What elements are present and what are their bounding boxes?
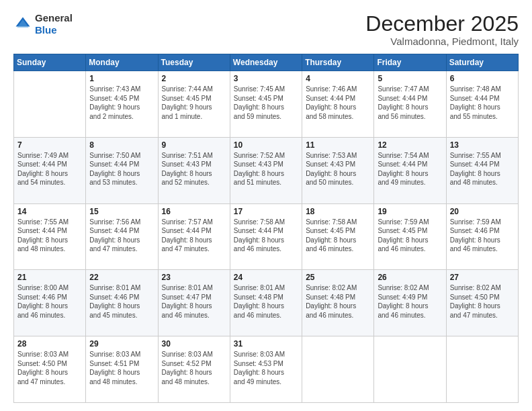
table-row: 3Sunrise: 7:45 AM Sunset: 4:45 PM Daylig… xyxy=(230,71,302,138)
day-content: Sunrise: 8:02 AM Sunset: 4:48 PM Dayligh… xyxy=(306,283,370,320)
table-row: 18Sunrise: 7:58 AM Sunset: 4:45 PM Dayli… xyxy=(302,203,374,270)
day-content: Sunrise: 7:58 AM Sunset: 4:45 PM Dayligh… xyxy=(306,218,370,254)
day-number: 2 xyxy=(162,74,226,83)
day-number: 4 xyxy=(306,74,370,83)
table-row: 7Sunrise: 7:49 AM Sunset: 4:44 PM Daylig… xyxy=(14,137,86,203)
day-number: 1 xyxy=(89,74,154,83)
logo-blue-text: Blue xyxy=(35,24,57,36)
day-number: 16 xyxy=(162,207,226,216)
col-monday: Monday xyxy=(86,54,158,71)
table-row: 10Sunrise: 7:52 AM Sunset: 4:43 PM Dayli… xyxy=(230,137,302,203)
logo-icon xyxy=(13,15,32,34)
table-row xyxy=(14,71,86,138)
table-row: 13Sunrise: 7:55 AM Sunset: 4:44 PM Dayli… xyxy=(446,137,518,203)
day-content: Sunrise: 8:01 AM Sunset: 4:47 PM Dayligh… xyxy=(162,283,226,320)
day-number: 17 xyxy=(234,207,298,216)
table-row: 23Sunrise: 8:01 AM Sunset: 4:47 PM Dayli… xyxy=(158,270,230,336)
day-content: Sunrise: 7:55 AM Sunset: 4:44 PM Dayligh… xyxy=(17,218,82,254)
table-row: 15Sunrise: 7:56 AM Sunset: 4:44 PM Dayli… xyxy=(86,203,158,270)
day-content: Sunrise: 7:48 AM Sunset: 4:44 PM Dayligh… xyxy=(450,85,515,121)
day-number: 8 xyxy=(89,140,154,150)
table-row xyxy=(302,336,374,403)
day-number: 21 xyxy=(17,273,82,282)
header: General Blue December 2025 Valmadonna, P… xyxy=(13,12,519,47)
day-content: Sunrise: 7:59 AM Sunset: 4:45 PM Dayligh… xyxy=(378,218,442,254)
day-content: Sunrise: 7:44 AM Sunset: 4:45 PM Dayligh… xyxy=(162,85,226,121)
day-number: 11 xyxy=(306,140,370,150)
table-row: 24Sunrise: 8:01 AM Sunset: 4:48 PM Dayli… xyxy=(230,270,302,336)
day-number: 6 xyxy=(450,74,515,83)
day-number: 23 xyxy=(162,273,226,282)
day-content: Sunrise: 8:03 AM Sunset: 4:50 PM Dayligh… xyxy=(17,350,82,386)
table-row: 31Sunrise: 8:03 AM Sunset: 4:53 PM Dayli… xyxy=(230,336,302,403)
table-row: 9Sunrise: 7:51 AM Sunset: 4:43 PM Daylig… xyxy=(158,137,230,203)
col-friday: Friday xyxy=(374,54,446,71)
table-row: 2Sunrise: 7:44 AM Sunset: 4:45 PM Daylig… xyxy=(158,71,230,138)
col-thursday: Thursday xyxy=(302,54,374,71)
day-number: 19 xyxy=(378,207,442,216)
day-number: 14 xyxy=(17,207,82,216)
table-row: 20Sunrise: 7:59 AM Sunset: 4:46 PM Dayli… xyxy=(446,203,518,270)
table-row: 30Sunrise: 8:03 AM Sunset: 4:52 PM Dayli… xyxy=(158,336,230,403)
day-number: 30 xyxy=(162,339,226,349)
day-content: Sunrise: 8:02 AM Sunset: 4:50 PM Dayligh… xyxy=(450,283,515,320)
day-content: Sunrise: 8:01 AM Sunset: 4:48 PM Dayligh… xyxy=(234,283,298,320)
day-number: 29 xyxy=(89,339,154,349)
day-content: Sunrise: 7:45 AM Sunset: 4:45 PM Dayligh… xyxy=(234,85,298,121)
day-content: Sunrise: 7:59 AM Sunset: 4:46 PM Dayligh… xyxy=(450,218,515,254)
day-content: Sunrise: 8:03 AM Sunset: 4:53 PM Dayligh… xyxy=(234,350,298,386)
day-content: Sunrise: 7:46 AM Sunset: 4:44 PM Dayligh… xyxy=(306,85,370,121)
table-row: 12Sunrise: 7:54 AM Sunset: 4:44 PM Dayli… xyxy=(374,137,446,203)
day-number: 10 xyxy=(234,140,298,150)
title-block: December 2025 Valmadonna, Piedmont, Ital… xyxy=(365,12,519,47)
month-title: December 2025 xyxy=(365,12,519,36)
day-number: 7 xyxy=(17,140,82,150)
table-row: 17Sunrise: 7:58 AM Sunset: 4:44 PM Dayli… xyxy=(230,203,302,270)
day-content: Sunrise: 7:49 AM Sunset: 4:44 PM Dayligh… xyxy=(17,151,82,187)
table-row: 11Sunrise: 7:53 AM Sunset: 4:43 PM Dayli… xyxy=(302,137,374,203)
day-number: 9 xyxy=(162,140,226,150)
day-number: 18 xyxy=(306,207,370,216)
day-content: Sunrise: 7:43 AM Sunset: 4:45 PM Dayligh… xyxy=(89,85,154,121)
day-number: 15 xyxy=(89,207,154,216)
day-content: Sunrise: 7:58 AM Sunset: 4:44 PM Dayligh… xyxy=(234,218,298,254)
logo: General Blue xyxy=(13,12,73,36)
table-row: 26Sunrise: 8:02 AM Sunset: 4:49 PM Dayli… xyxy=(374,270,446,336)
table-row: 4Sunrise: 7:46 AM Sunset: 4:44 PM Daylig… xyxy=(302,71,374,138)
day-content: Sunrise: 7:47 AM Sunset: 4:44 PM Dayligh… xyxy=(378,85,442,121)
day-content: Sunrise: 7:53 AM Sunset: 4:43 PM Dayligh… xyxy=(306,151,370,187)
page: General Blue December 2025 Valmadonna, P… xyxy=(0,0,532,411)
table-row: 21Sunrise: 8:00 AM Sunset: 4:46 PM Dayli… xyxy=(14,270,86,336)
day-number: 31 xyxy=(234,339,298,349)
day-content: Sunrise: 7:57 AM Sunset: 4:44 PM Dayligh… xyxy=(162,218,226,254)
day-content: Sunrise: 7:52 AM Sunset: 4:43 PM Dayligh… xyxy=(234,151,298,187)
day-number: 22 xyxy=(89,273,154,282)
table-row xyxy=(374,336,446,403)
table-row: 29Sunrise: 8:03 AM Sunset: 4:51 PM Dayli… xyxy=(86,336,158,403)
location: Valmadonna, Piedmont, Italy xyxy=(365,36,519,47)
table-row: 16Sunrise: 7:57 AM Sunset: 4:44 PM Dayli… xyxy=(158,203,230,270)
day-number: 24 xyxy=(234,273,298,282)
day-content: Sunrise: 7:56 AM Sunset: 4:44 PM Dayligh… xyxy=(89,218,154,254)
table-row: 1Sunrise: 7:43 AM Sunset: 4:45 PM Daylig… xyxy=(86,71,158,138)
day-number: 5 xyxy=(378,74,442,83)
table-row: 27Sunrise: 8:02 AM Sunset: 4:50 PM Dayli… xyxy=(446,270,518,336)
table-row: 22Sunrise: 8:01 AM Sunset: 4:46 PM Dayli… xyxy=(86,270,158,336)
col-tuesday: Tuesday xyxy=(158,54,230,71)
day-number: 26 xyxy=(378,273,442,282)
table-row: 8Sunrise: 7:50 AM Sunset: 4:44 PM Daylig… xyxy=(86,137,158,203)
day-content: Sunrise: 8:00 AM Sunset: 4:46 PM Dayligh… xyxy=(17,283,82,320)
col-wednesday: Wednesday xyxy=(230,54,302,71)
calendar-header-row: Sunday Monday Tuesday Wednesday Thursday… xyxy=(14,54,519,71)
table-row: 25Sunrise: 8:02 AM Sunset: 4:48 PM Dayli… xyxy=(302,270,374,336)
day-number: 20 xyxy=(450,207,515,216)
day-number: 13 xyxy=(450,140,515,150)
day-content: Sunrise: 7:50 AM Sunset: 4:44 PM Dayligh… xyxy=(89,151,154,187)
col-saturday: Saturday xyxy=(446,54,518,71)
table-row: 5Sunrise: 7:47 AM Sunset: 4:44 PM Daylig… xyxy=(374,71,446,138)
day-number: 12 xyxy=(378,140,442,150)
day-content: Sunrise: 8:03 AM Sunset: 4:51 PM Dayligh… xyxy=(89,350,154,386)
table-row: 19Sunrise: 7:59 AM Sunset: 4:45 PM Dayli… xyxy=(374,203,446,270)
day-number: 28 xyxy=(17,339,82,349)
table-row: 6Sunrise: 7:48 AM Sunset: 4:44 PM Daylig… xyxy=(446,71,518,138)
